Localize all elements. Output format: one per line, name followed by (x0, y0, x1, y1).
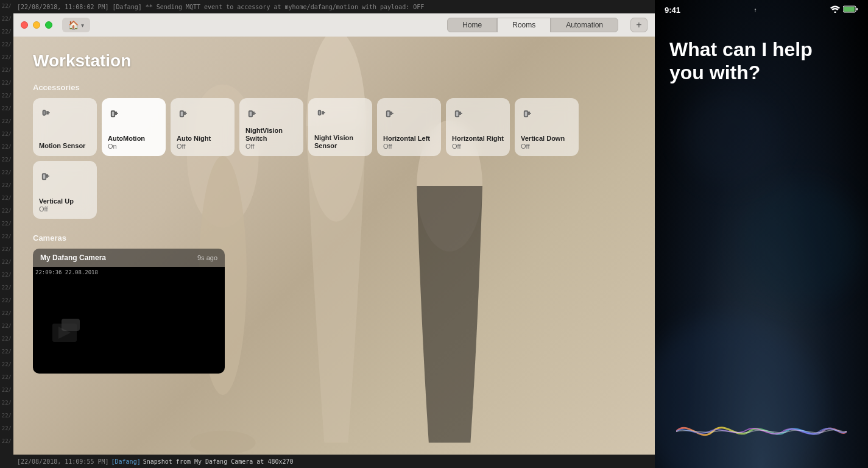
automotion-status: On (108, 143, 160, 150)
line-num: 22/ (0, 346, 13, 358)
line-num: 22/ (0, 0, 13, 13)
battery-icon (843, 5, 858, 14)
svg-rect-18 (249, 111, 253, 116)
siri-question: What can I help you with? (669, 38, 853, 85)
line-num: 22/ (0, 269, 13, 282)
mac-window: [22/08/2018, 11:08:02 PM] [Dafang] ** Se… (13, 0, 655, 468)
iphone-time: 9:41 (665, 5, 680, 15)
line-numbers-column: 22/ 22/ 22/ 22/ 22/ 22/ 22/ 22/ 22/ 22/ … (0, 0, 13, 468)
fullscreen-button[interactable] (45, 21, 52, 29)
vertical-down-icon (521, 104, 538, 121)
accessories-label: Accessories (33, 83, 635, 92)
line-num: 22/ (0, 192, 13, 205)
camera-time-ago: 9s ago (197, 254, 217, 261)
svg-rect-10 (111, 111, 115, 116)
nav-tabs: Home Rooms Automation (447, 18, 618, 32)
line-num: 22/ (0, 422, 13, 435)
siri-overlay: 9:41 ↑ (655, 0, 868, 468)
accessory-vertical-down[interactable]: Vertical Down Off (515, 98, 579, 156)
add-button[interactable]: + (630, 18, 647, 32)
svg-rect-47 (856, 8, 858, 10)
tab-automation[interactable]: Automation (551, 18, 618, 32)
line-num: 22/ (0, 77, 13, 90)
motion-sensor-name: Motion Sensor (39, 142, 91, 150)
svg-rect-14 (180, 111, 184, 116)
accessory-night-vision-sensor[interactable]: Night Vision Sensor (308, 98, 372, 156)
horizontal-left-name: Horizontal Left (383, 135, 435, 143)
automotion-name: AutoMotion (108, 135, 160, 143)
home-button[interactable]: 🏠 ▾ (62, 18, 90, 32)
horizontal-left-icon (383, 104, 400, 121)
content-area: Workstation Accessories (13, 37, 655, 455)
accessory-motion-sensor[interactable]: Motion Sensor (33, 98, 97, 156)
accessory-horizontal-right[interactable]: Horizontal Right Off (446, 98, 510, 156)
line-num: 22/ (0, 384, 13, 397)
line-num: 22/ (0, 371, 13, 384)
svg-point-44 (834, 12, 836, 13)
vertical-up-status: Off (39, 205, 91, 213)
line-num: 22/ (0, 435, 13, 448)
accessory-automotion[interactable]: AutoMotion On (102, 98, 166, 156)
auto-night-name: Auto Night (177, 135, 228, 143)
accessory-vertical-up[interactable]: Vertical Up Off (33, 161, 97, 219)
horizontal-right-status: Off (452, 143, 504, 150)
line-num: 22/ (0, 333, 13, 346)
line-num: 22/ (0, 205, 13, 218)
terminal-log-bottom: [22/08/2018, 11:09:55 PM] [Dafang] Snaps… (13, 455, 655, 468)
svg-rect-30 (456, 111, 459, 116)
night-vision-sensor-icon (314, 104, 331, 121)
nightvision-switch-status: Off (245, 143, 297, 150)
home-icon: 🏠 (68, 20, 79, 30)
camera-feed[interactable]: 22:09:36 22.08.2018 (33, 267, 225, 374)
terminal-log-top: [22/08/2018, 11:08:02 PM] [Dafang] ** Se… (13, 0, 655, 13)
siri-wave-svg (676, 407, 847, 456)
close-button[interactable] (21, 21, 28, 29)
line-num: 22/ (0, 51, 13, 64)
line-num: 22/ (0, 282, 13, 294)
iphone-status-bar: 9:41 ↑ (655, 0, 868, 20)
line-num: 22/ (0, 154, 13, 166)
line-num: 22/ (0, 179, 13, 192)
camera-header: My Dafang Camera 9s ago (33, 249, 225, 267)
line-num: 22/ (0, 90, 13, 102)
line-num: 22/ (0, 115, 13, 128)
svg-rect-46 (844, 7, 855, 12)
siri-question-line1: What can I help (669, 38, 813, 60)
accessory-auto-night[interactable]: Auto Night Off (171, 98, 235, 156)
tab-rooms[interactable]: Rooms (497, 18, 551, 32)
nightvision-switch-name: NightVision Switch (245, 127, 297, 143)
horizontal-left-status: Off (383, 143, 435, 150)
cameras-grid: My Dafang Camera 9s ago 22:09:36 22.08.2… (33, 249, 635, 374)
line-num: 22/ (0, 102, 13, 115)
minimize-button[interactable] (33, 21, 40, 29)
vertical-up-icon (39, 167, 56, 184)
line-num: 22/ (0, 294, 13, 307)
room-title: Workstation (33, 51, 635, 71)
svg-rect-6 (43, 110, 46, 115)
camera-card-dafang[interactable]: My Dafang Camera 9s ago 22:09:36 22.08.2… (33, 249, 225, 374)
svg-rect-34 (524, 111, 528, 116)
siri-question-line2: you with? (669, 62, 760, 83)
cameras-label: Cameras (33, 233, 635, 243)
accessories-grid: Motion Sensor AutoMotion (33, 98, 635, 219)
line-num: 22/ (0, 218, 13, 230)
line-num: 22/ (0, 307, 13, 320)
accessory-nightvision-switch[interactable]: NightVision Switch Off (239, 98, 303, 156)
accessory-horizontal-left[interactable]: Horizontal Left Off (377, 98, 441, 156)
bottom-log-text: Snapshot from My Dafang Camera at 480x27… (143, 458, 294, 465)
auto-night-icon (177, 104, 194, 121)
line-num: 22/ (0, 230, 13, 243)
location-icon: ↑ (754, 7, 757, 13)
home-chevron: ▾ (81, 22, 84, 29)
vertical-up-name: Vertical Up (39, 197, 91, 205)
line-num: 22/ (0, 320, 13, 333)
siri-panel: 9:41 ↑ (655, 0, 868, 468)
svg-rect-22 (319, 110, 321, 115)
camera-timestamp: 22:09:36 22.08.2018 (35, 269, 98, 275)
tab-home[interactable]: Home (447, 18, 497, 32)
line-num: 22/ (0, 397, 13, 410)
svg-rect-26 (387, 111, 390, 116)
line-num: 22/ (0, 38, 13, 51)
horizontal-right-icon (452, 104, 469, 121)
line-num: 22/ (0, 13, 13, 26)
